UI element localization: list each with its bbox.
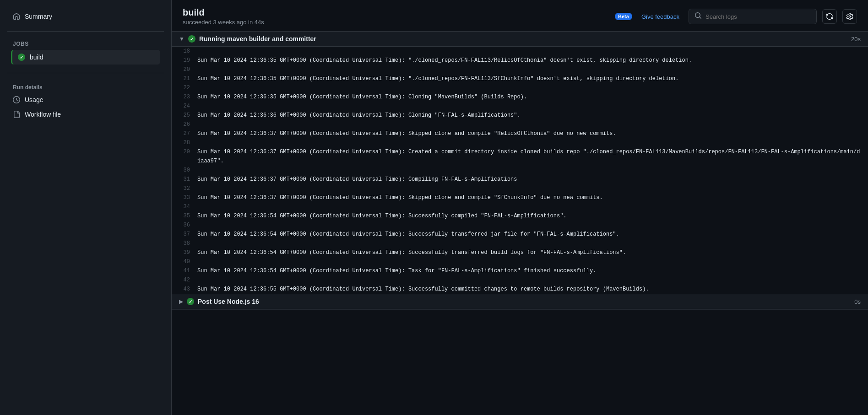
log-content: ▼ Running maven builder and committer 20… bbox=[172, 32, 868, 415]
give-feedback-button[interactable]: Give feedback bbox=[638, 11, 683, 22]
log-line: 29Sun Mar 10 2024 12:36:37 GMT+0000 (Coo… bbox=[172, 147, 868, 166]
line-content: Sun Mar 10 2024 12:36:54 GMT+0000 (Coord… bbox=[197, 230, 619, 239]
main-content: build succeeded 3 weeks ago in 44s Beta … bbox=[172, 0, 868, 415]
header: build succeeded 3 weeks ago in 44s Beta … bbox=[172, 0, 868, 32]
line-number: 26 bbox=[179, 120, 197, 129]
line-number: 38 bbox=[179, 239, 197, 248]
header-subtitle: succeeded 3 weeks ago in 44s bbox=[183, 19, 264, 26]
line-number: 35 bbox=[179, 211, 197, 221]
build-success-icon bbox=[18, 54, 25, 61]
log-line: 43Sun Mar 10 2024 12:36:55 GMT+0000 (Coo… bbox=[172, 285, 868, 294]
sidebar: Summary Jobs build Run details Usage bbox=[0, 0, 172, 415]
log-line: 36 bbox=[172, 221, 868, 230]
line-content: Sun Mar 10 2024 12:36:54 GMT+0000 (Coord… bbox=[197, 266, 596, 275]
log-line: 25Sun Mar 10 2024 12:36:36 GMT+0000 (Coo… bbox=[172, 111, 868, 120]
file-icon bbox=[13, 111, 20, 118]
line-number: 43 bbox=[179, 285, 197, 294]
beta-badge: Beta bbox=[615, 13, 632, 20]
sidebar-divider-1 bbox=[7, 31, 164, 32]
log-line: 31Sun Mar 10 2024 12:36:37 GMT+0000 (Coo… bbox=[172, 175, 868, 184]
line-number: 24 bbox=[179, 102, 197, 111]
line-number: 18 bbox=[179, 47, 197, 56]
line-number: 41 bbox=[179, 266, 197, 275]
line-number: 34 bbox=[179, 202, 197, 211]
step-header-1[interactable]: ▼ Running maven builder and committer 20… bbox=[172, 32, 868, 47]
log-line: 27Sun Mar 10 2024 12:36:37 GMT+0000 (Coo… bbox=[172, 129, 868, 138]
log-line: 30 bbox=[172, 166, 868, 175]
sidebar-summary-section: Summary bbox=[0, 5, 171, 27]
search-logs-input[interactable] bbox=[705, 13, 811, 20]
line-content: Sun Mar 10 2024 12:36:36 GMT+0000 (Coord… bbox=[197, 111, 521, 120]
clock-icon bbox=[13, 96, 20, 103]
home-icon bbox=[13, 13, 20, 20]
sidebar-item-summary[interactable]: Summary bbox=[7, 9, 164, 24]
log-line: 23Sun Mar 10 2024 12:36:35 GMT+0000 (Coo… bbox=[172, 92, 868, 102]
log-line: 42 bbox=[172, 275, 868, 285]
step-header-left-2: ▶ Post Use Node.js 16 bbox=[179, 298, 850, 305]
step-header-left-1: ▼ Running maven builder and committer bbox=[179, 35, 846, 43]
log-line: 33Sun Mar 10 2024 12:36:37 GMT+0000 (Coo… bbox=[172, 193, 868, 202]
line-content: Sun Mar 10 2024 12:36:37 GMT+0000 (Coord… bbox=[197, 175, 517, 184]
usage-label: Usage bbox=[25, 96, 43, 103]
line-number: 25 bbox=[179, 111, 197, 120]
line-content: Sun Mar 10 2024 12:36:37 GMT+0000 (Coord… bbox=[197, 193, 603, 202]
log-line: 22 bbox=[172, 83, 868, 92]
line-number: 36 bbox=[179, 221, 197, 230]
search-icon bbox=[694, 12, 702, 21]
line-content: Sun Mar 10 2024 12:36:37 GMT+0000 (Coord… bbox=[197, 147, 861, 166]
sidebar-item-usage[interactable]: Usage bbox=[7, 92, 164, 107]
sidebar-item-workflow-file[interactable]: Workflow file bbox=[7, 107, 164, 122]
settings-button[interactable] bbox=[842, 9, 857, 24]
step2-title: Post Use Node.js 16 bbox=[198, 298, 259, 305]
step-running-maven: ▼ Running maven builder and committer 20… bbox=[172, 32, 868, 294]
sidebar-summary-label: Summary bbox=[25, 13, 52, 20]
build-job-label: build bbox=[30, 54, 43, 61]
log-line: 20 bbox=[172, 65, 868, 74]
step1-title: Running maven builder and committer bbox=[199, 35, 316, 43]
line-number: 42 bbox=[179, 275, 197, 285]
log-lines-1: 1819Sun Mar 10 2024 12:36:35 GMT+0000 (C… bbox=[172, 47, 868, 294]
line-number: 29 bbox=[179, 147, 197, 156]
line-content: Sun Mar 10 2024 12:36:35 GMT+0000 (Coord… bbox=[197, 92, 527, 102]
line-number: 21 bbox=[179, 74, 197, 83]
step-header-2[interactable]: ▶ Post Use Node.js 16 0s bbox=[172, 294, 868, 309]
log-line: 35Sun Mar 10 2024 12:36:54 GMT+0000 (Coo… bbox=[172, 211, 868, 221]
line-content: Sun Mar 10 2024 12:36:35 GMT+0000 (Coord… bbox=[197, 56, 692, 65]
search-logs-box[interactable] bbox=[689, 9, 817, 24]
step-post-nodejs: ▶ Post Use Node.js 16 0s bbox=[172, 294, 868, 310]
line-content: Sun Mar 10 2024 12:36:55 GMT+0000 (Coord… bbox=[197, 285, 649, 294]
line-number: 22 bbox=[179, 83, 197, 92]
chevron-right-icon: ▶ bbox=[179, 298, 183, 305]
line-number: 19 bbox=[179, 56, 197, 65]
log-line: 34 bbox=[172, 202, 868, 211]
sidebar-jobs-section: Jobs build bbox=[0, 35, 171, 69]
log-line: 26 bbox=[172, 120, 868, 129]
step2-duration: 0s bbox=[854, 298, 861, 305]
log-line: 24 bbox=[172, 102, 868, 111]
sidebar-item-build[interactable]: build bbox=[11, 50, 160, 65]
line-number: 27 bbox=[179, 129, 197, 138]
page-title: build bbox=[183, 7, 264, 18]
header-right: Beta Give feedback bbox=[615, 9, 857, 24]
jobs-label: Jobs bbox=[7, 39, 164, 49]
line-number: 32 bbox=[179, 184, 197, 193]
run-details-label: Run details bbox=[7, 81, 164, 92]
line-number: 33 bbox=[179, 193, 197, 202]
line-content: Sun Mar 10 2024 12:36:37 GMT+0000 (Coord… bbox=[197, 129, 616, 138]
step1-duration: 20s bbox=[851, 36, 861, 43]
refresh-button[interactable] bbox=[822, 9, 837, 24]
log-line: 38 bbox=[172, 239, 868, 248]
step1-success-icon bbox=[188, 35, 195, 43]
line-number: 31 bbox=[179, 175, 197, 184]
line-content: Sun Mar 10 2024 12:36:54 GMT+0000 (Coord… bbox=[197, 211, 567, 221]
line-number: 40 bbox=[179, 257, 197, 266]
line-number: 30 bbox=[179, 166, 197, 175]
line-content: Sun Mar 10 2024 12:36:35 GMT+0000 (Coord… bbox=[197, 74, 678, 83]
line-number: 37 bbox=[179, 230, 197, 239]
log-line: 21Sun Mar 10 2024 12:36:35 GMT+0000 (Coo… bbox=[172, 74, 868, 83]
sidebar-divider-2 bbox=[7, 73, 164, 73]
line-number: 23 bbox=[179, 92, 197, 102]
log-line: 39Sun Mar 10 2024 12:36:54 GMT+0000 (Coo… bbox=[172, 248, 868, 257]
line-number: 28 bbox=[179, 138, 197, 147]
line-number: 39 bbox=[179, 248, 197, 257]
